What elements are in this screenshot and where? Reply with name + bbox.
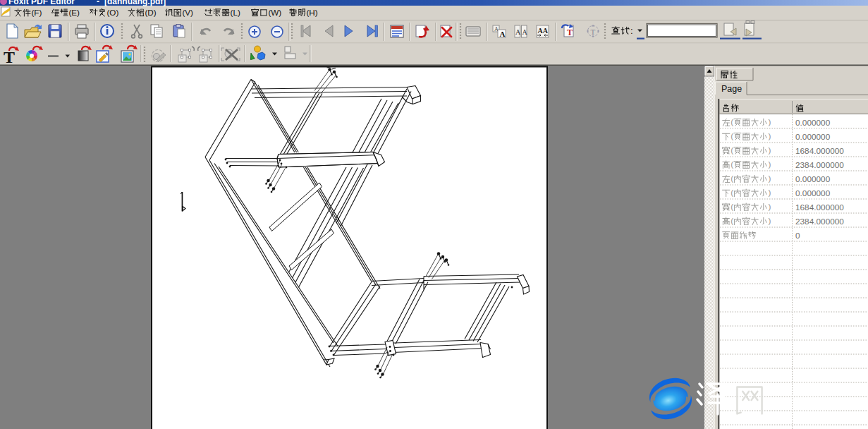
svg-text:): ) (768, 117, 771, 127)
svg-text:(W): (W) (268, 8, 281, 17)
svg-text::: : (630, 25, 633, 36)
svg-text:0.000000: 0.000000 (795, 132, 831, 142)
svg-text:Page: Page (721, 84, 742, 94)
svg-text:(: ( (731, 202, 733, 212)
svg-text:(V): (V) (182, 8, 193, 17)
svg-text:(: ( (731, 174, 733, 183)
svg-text:(L): (L) (231, 8, 240, 17)
svg-text:A: A (500, 30, 506, 38)
svg-text:(D): (D) (145, 8, 156, 17)
svg-text:1684.000000: 1684.000000 (795, 146, 844, 156)
svg-text:(: ( (731, 117, 733, 127)
svg-text:(: ( (731, 145, 733, 155)
svg-text:): ) (768, 159, 771, 169)
svg-text:(: ( (731, 131, 733, 141)
svg-text:2384.000000: 2384.000000 (795, 160, 844, 170)
svg-text:0.000000: 0.000000 (795, 174, 831, 184)
svg-text:-: - (97, 0, 99, 6)
svg-text:(: ( (731, 188, 733, 198)
svg-text:): ) (768, 145, 771, 155)
svg-text:1684.000000: 1684.000000 (795, 203, 844, 212)
svg-text:[danhuang.pdf]: [danhuang.pdf] (104, 0, 166, 6)
svg-text:AA: AA (538, 27, 549, 35)
svg-text:0.000000: 0.000000 (795, 118, 831, 128)
svg-text:(O): (O) (106, 8, 118, 17)
svg-text:0.000000: 0.000000 (795, 188, 831, 198)
svg-text:2384.000000: 2384.000000 (795, 217, 844, 226)
svg-text:(: ( (731, 216, 733, 226)
svg-text:): ) (768, 188, 771, 198)
svg-text:A: A (522, 28, 528, 36)
svg-text:): ) (768, 131, 771, 141)
svg-text:T: T (567, 28, 573, 37)
svg-text:Foxit PDF Editor: Foxit PDF Editor (8, 0, 75, 6)
svg-text:T: T (591, 28, 596, 36)
svg-text:): ) (768, 202, 771, 212)
svg-text:): ) (768, 216, 771, 226)
svg-text:(: ( (731, 159, 733, 169)
svg-text:(H): (H) (306, 8, 317, 17)
svg-text:): ) (768, 174, 771, 183)
svg-text:(F): (F) (31, 8, 42, 17)
svg-text:A: A (515, 28, 521, 36)
svg-text:0: 0 (795, 231, 800, 241)
svg-text:(E): (E) (68, 8, 80, 17)
